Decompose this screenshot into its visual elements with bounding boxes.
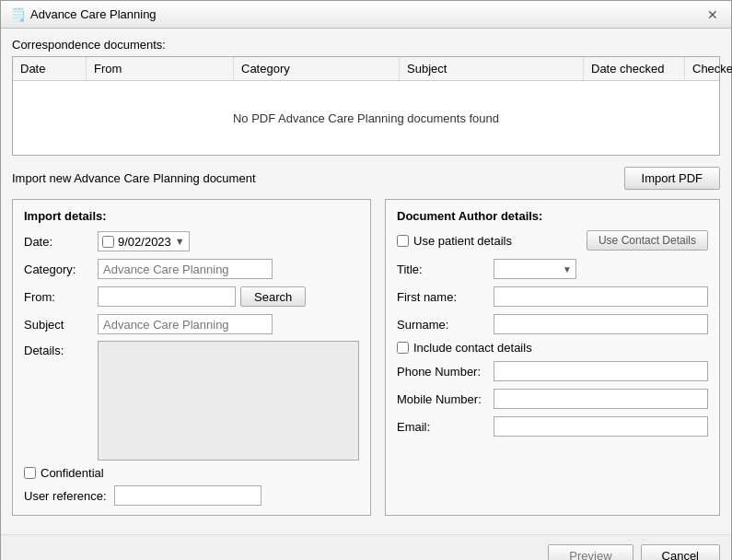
date-dropdown-arrow[interactable]: ▼	[175, 236, 185, 247]
bottom-bar: Preview Cancel	[1, 534, 731, 560]
details-textarea[interactable]	[98, 341, 359, 461]
col-category: Category	[234, 57, 400, 80]
title-dropdown-arrow[interactable]: ▼	[563, 264, 572, 274]
email-input[interactable]	[494, 416, 708, 437]
confidential-checkbox[interactable]	[24, 467, 36, 479]
import-details-panel: Import details: Date: 9/02/2023 ▼ Catego…	[12, 199, 371, 516]
first-name-row: First name:	[397, 286, 708, 308]
surname-label: Surname:	[397, 318, 494, 332]
subject-label: Subject	[24, 318, 98, 332]
window-icon: 🗒️	[10, 7, 25, 22]
email-row: Email:	[397, 415, 708, 438]
include-contact-checkbox[interactable]	[397, 342, 409, 354]
user-reference-row: User reference:	[24, 485, 359, 506]
first-name-label: First name:	[397, 290, 494, 304]
include-contact-row: Include contact details	[397, 341, 708, 355]
date-row: Date: 9/02/2023 ▼	[24, 230, 359, 252]
surname-input[interactable]	[494, 314, 708, 334]
correspondence-table: Date From Category Subject Date checked …	[12, 56, 720, 156]
date-checkbox[interactable]	[102, 236, 114, 248]
document-author-panel: Document Author details: Use patient det…	[385, 199, 720, 516]
use-patient-row: Use patient details Use Contact Details	[397, 230, 708, 251]
title-label: Title:	[397, 262, 494, 276]
col-from: From	[87, 57, 234, 80]
phone-label: Phone Number:	[397, 365, 494, 379]
phone-row: Phone Number:	[397, 360, 708, 382]
email-label: Email:	[397, 420, 494, 434]
date-value: 9/02/2023	[118, 235, 171, 249]
preview-button[interactable]: Preview	[548, 544, 633, 560]
two-columns: Import details: Date: 9/02/2023 ▼ Catego…	[12, 199, 720, 516]
use-contact-button[interactable]: Use Contact Details	[587, 230, 708, 251]
date-label: Date:	[24, 235, 98, 249]
close-button[interactable]: ✕	[703, 6, 722, 24]
col-subject: Subject	[400, 57, 584, 80]
col-checked-by: Checked by	[685, 57, 732, 80]
import-section-header: Import new Advance Care Planning documen…	[12, 167, 720, 190]
table-empty-message: No PDF Advance Care Planning documents f…	[13, 81, 719, 155]
category-input[interactable]	[98, 259, 273, 279]
use-patient-left: Use patient details	[397, 234, 512, 248]
title-select[interactable]: ▼	[494, 259, 576, 279]
main-content: Correspondence documents: Date From Cate…	[1, 29, 731, 525]
mobile-input[interactable]	[494, 389, 708, 409]
use-patient-label: Use patient details	[413, 234, 512, 248]
window-title: Advance Care Planning	[30, 7, 157, 21]
use-patient-checkbox[interactable]	[397, 235, 409, 247]
col-date-checked: Date checked	[584, 57, 685, 80]
search-button[interactable]: Search	[240, 286, 306, 307]
mobile-label: Mobile Number:	[397, 392, 494, 406]
from-label: From:	[24, 290, 98, 304]
category-row: Category:	[24, 258, 359, 280]
title-row: Title: ▼	[397, 258, 708, 280]
surname-row: Surname:	[397, 313, 708, 335]
first-name-input[interactable]	[494, 286, 708, 307]
phone-input[interactable]	[494, 361, 708, 381]
from-input[interactable]	[98, 286, 236, 307]
correspondence-label: Correspondence documents:	[12, 38, 720, 52]
import-label: Import new Advance Care Planning documen…	[12, 171, 256, 185]
confidential-row: Confidential	[24, 466, 359, 480]
table-header: Date From Category Subject Date checked …	[13, 57, 719, 81]
title-bar: 🗒️ Advance Care Planning ✕	[1, 1, 731, 29]
date-input-wrapper[interactable]: 9/02/2023 ▼	[98, 231, 190, 251]
col-date: Date	[13, 57, 87, 80]
user-reference-input[interactable]	[114, 485, 261, 506]
confidential-label: Confidential	[41, 466, 104, 480]
mobile-row: Mobile Number:	[397, 388, 708, 410]
user-reference-label: User reference:	[24, 489, 107, 503]
subject-input[interactable]	[98, 314, 273, 334]
import-pdf-button[interactable]: Import PDF	[624, 167, 720, 190]
subject-row: Subject	[24, 313, 359, 335]
cancel-button[interactable]: Cancel	[641, 544, 720, 560]
document-author-title: Document Author details:	[397, 209, 708, 223]
details-label: Details:	[24, 341, 98, 357]
main-window: 🗒️ Advance Care Planning ✕ Correspondenc…	[0, 0, 732, 560]
import-details-title: Import details:	[24, 209, 359, 223]
category-label: Category:	[24, 262, 98, 276]
include-contact-label: Include contact details	[413, 341, 532, 355]
from-row: From: Search	[24, 286, 359, 308]
details-row: Details:	[24, 341, 359, 461]
title-bar-left: 🗒️ Advance Care Planning	[10, 7, 157, 22]
